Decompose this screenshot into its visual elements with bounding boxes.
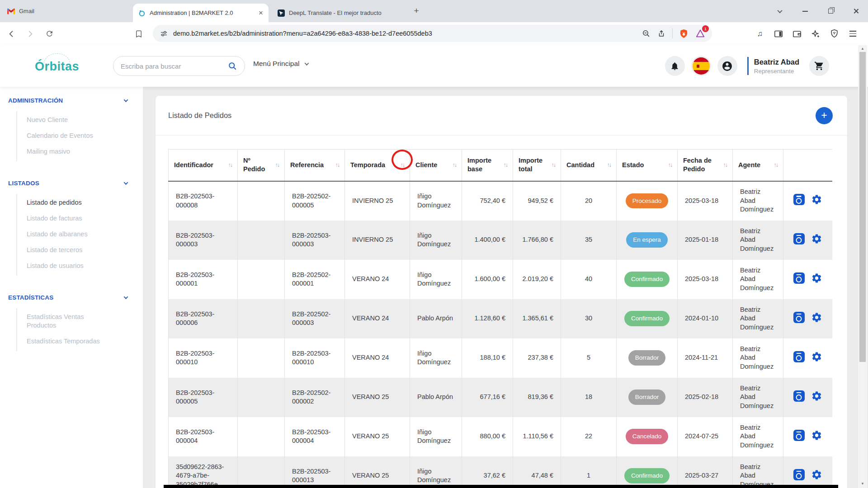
forward-icon[interactable]	[24, 28, 36, 40]
sidebar-section-estadisticas[interactable]: ESTADÍSTICAS	[0, 291, 143, 304]
reload-icon[interactable]	[43, 28, 55, 40]
current-user[interactable]: Beatriz Abad Representante	[747, 57, 799, 75]
sort-icon[interactable]: ↑↓	[401, 162, 405, 168]
bookmark-icon[interactable]	[133, 28, 145, 40]
sort-icon[interactable]: ↑↓	[668, 162, 672, 168]
sidebar-item-listado-terceros[interactable]: Listado de terceros	[27, 242, 102, 258]
sidebar-section-administracion[interactable]: ADMINISTRACIÓN	[0, 94, 143, 107]
share-icon[interactable]	[657, 29, 665, 38]
sort-icon[interactable]: ↑↓	[504, 162, 508, 168]
sidebar-item-listado-usuarios[interactable]: Listado de usuarios	[27, 258, 102, 274]
table-row[interactable]: B2B-202503-000004 B2B-202503-000004 VERA…	[169, 417, 832, 456]
order-settings-gear-icon[interactable]	[811, 312, 822, 323]
table-row[interactable]: B2B-202503-000003 B2B-202503-000003 INVI…	[169, 221, 832, 260]
site-settings-icon[interactable]	[160, 30, 168, 38]
sidebar-item-listado-albaranes[interactable]: Listado de albaranes	[27, 226, 102, 242]
view-order-icon[interactable]	[793, 272, 805, 284]
table-row[interactable]: B2B-202503-000010 B2B-202503-000010 VERA…	[169, 338, 832, 378]
view-order-icon[interactable]	[793, 430, 805, 441]
sort-icon[interactable]: ↑↓	[552, 162, 556, 168]
table-row[interactable]: B2B-202503-000008 B2B-202502-000005 INVI…	[169, 181, 832, 221]
cart-button[interactable]	[809, 56, 829, 76]
account-button[interactable]	[717, 56, 737, 76]
leo-ai-sparkle-icon[interactable]	[810, 28, 821, 39]
header-importe-base[interactable]: Importe base↑↓	[462, 150, 513, 181]
header-temporada[interactable]: Temporada↑↓	[345, 150, 410, 181]
sort-icon[interactable]: ↑↓	[228, 162, 232, 168]
header-cliente[interactable]: Cliente↑↓	[410, 150, 462, 181]
sort-icon[interactable]: ↑↓	[275, 162, 279, 168]
order-settings-gear-icon[interactable]	[811, 351, 822, 362]
restore-window-icon[interactable]	[825, 5, 836, 17]
view-order-icon[interactable]	[793, 312, 805, 323]
search-icon[interactable]	[228, 61, 237, 71]
search-input[interactable]	[121, 62, 228, 70]
page-scrollbar[interactable]: ▲ ▼	[858, 45, 867, 488]
order-settings-gear-icon[interactable]	[811, 469, 822, 480]
notifications-button[interactable]	[665, 56, 685, 76]
cell-importe-base: 1.600,00 €	[462, 260, 513, 299]
table-row[interactable]: B2B-202503-000001 B2B-202502-000001 VERA…	[169, 260, 832, 299]
minimize-icon[interactable]	[799, 5, 811, 17]
add-order-button[interactable]: +	[816, 107, 833, 124]
view-order-icon[interactable]	[793, 351, 805, 362]
header-cantidad[interactable]: Cantidad↑↓	[561, 150, 617, 181]
sidebar-item-estadisticas-temporadas[interactable]: Estadísticas Temporadas	[27, 333, 102, 349]
back-icon[interactable]	[5, 28, 17, 40]
brave-shield-icon[interactable]	[679, 29, 688, 38]
table-row[interactable]: 35d09622-2863-4679-a7be-35029b7f766e B2B…	[169, 456, 832, 488]
sidebar-item-mailing-masivo[interactable]: Mailing masivo	[27, 144, 102, 160]
sidebar-item-nuevo-cliente[interactable]: Nuevo Cliente	[27, 112, 102, 128]
header-importe-total[interactable]: Importe total↑↓	[513, 150, 561, 181]
media-control-icon[interactable]: ♫	[755, 28, 765, 39]
close-window-icon[interactable]	[850, 5, 862, 17]
sort-icon[interactable]: ↑↓	[607, 162, 611, 168]
order-settings-gear-icon[interactable]	[811, 272, 822, 284]
order-settings-gear-icon[interactable]	[811, 233, 822, 244]
scroll-up-icon[interactable]: ▲	[858, 46, 867, 52]
tab-administration[interactable]: Administration | B2MARKET 2.0 ×	[133, 4, 269, 22]
scroll-down-icon[interactable]: ▼	[858, 481, 867, 487]
sort-icon[interactable]: ↑↓	[774, 162, 778, 168]
wallet-icon[interactable]	[792, 28, 802, 39]
language-selector-button[interactable]	[691, 56, 711, 76]
sidebar-item-estadisticas-ventas[interactable]: Estadísticas Ventas Productos	[27, 309, 102, 333]
sidebar-section-listados[interactable]: LISTADOS	[0, 177, 143, 189]
tab-gmail[interactable]: Gmail	[7, 0, 34, 22]
new-tab-button[interactable]: +	[410, 5, 422, 17]
main-menu-dropdown[interactable]: Menú Principal	[253, 60, 308, 68]
order-settings-gear-icon[interactable]	[811, 430, 822, 441]
header-agente[interactable]: Agente↑↓	[733, 150, 783, 181]
sidebar-item-listado-facturas[interactable]: Listado de facturas	[27, 211, 102, 226]
sort-icon[interactable]: ↑↓	[335, 162, 340, 168]
brave-rewards-icon[interactable]: 1	[695, 28, 706, 39]
sidebar-item-calendario-eventos[interactable]: Calendario de Eventos	[27, 128, 102, 144]
header-estado[interactable]: Estado↑↓	[617, 150, 678, 181]
browser-menu-icon[interactable]	[847, 28, 858, 39]
header-fecha-pedido[interactable]: Fecha de Pedido↑↓	[678, 150, 733, 181]
vpn-shield-icon[interactable]	[829, 28, 840, 39]
table-row[interactable]: B2B-202503-000005 B2B-202502-000002 VERA…	[169, 378, 832, 417]
header-referencia[interactable]: Referencia↑↓	[285, 150, 345, 181]
order-settings-gear-icon[interactable]	[811, 390, 822, 402]
sort-icon[interactable]: ↑↓	[723, 162, 727, 168]
scrollbar-thumb[interactable]	[859, 52, 866, 362]
sort-icon[interactable]: ↑↓	[453, 162, 457, 168]
tab-deepl[interactable]: DeepL Translate - El mejor traducto	[272, 4, 401, 22]
tab-search-icon[interactable]	[774, 5, 786, 17]
global-search[interactable]	[113, 56, 245, 76]
address-bar[interactable]: demo.b2market.es/b2b/administration?menu…	[153, 25, 712, 42]
table-row[interactable]: B2B-202503-000006 B2B-202502-000003 VERA…	[169, 299, 832, 338]
view-order-icon[interactable]	[793, 469, 805, 480]
orbitas-logo[interactable]: Órbitas	[30, 53, 84, 74]
close-tab-icon[interactable]: ×	[259, 9, 263, 17]
sidebar-toggle-icon[interactable]	[773, 28, 784, 39]
order-settings-gear-icon[interactable]	[811, 194, 822, 205]
view-order-icon[interactable]	[793, 390, 805, 402]
zoom-out-icon[interactable]	[642, 29, 651, 38]
view-order-icon[interactable]	[793, 194, 805, 205]
sidebar-item-listado-pedidos[interactable]: Listado de pedidos	[27, 195, 102, 211]
header-identificador[interactable]: Identificador↑↓	[169, 150, 238, 181]
header-n-pedido[interactable]: Nº Pedido↑↓	[238, 150, 285, 181]
view-order-icon[interactable]	[793, 233, 805, 244]
